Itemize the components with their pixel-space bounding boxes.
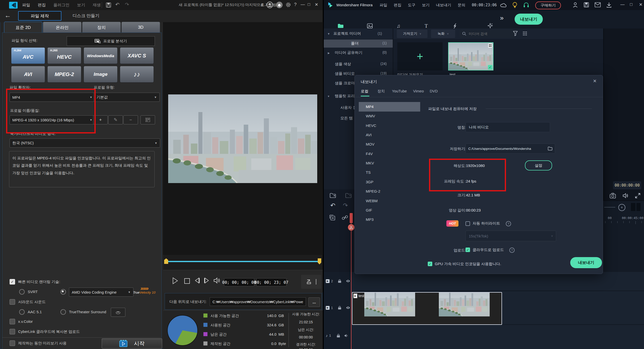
pd-menu-play[interactable]: 재생 <box>93 3 101 8</box>
pd-menu-plugin[interactable]: 플러그인 <box>53 3 69 8</box>
redo-icon[interactable]: ↷ <box>125 2 129 8</box>
tree-item-share-media[interactable]: 미디어 공유하기 <box>335 50 362 55</box>
profile-list-button[interactable] <box>140 115 155 124</box>
stop-icon[interactable] <box>184 278 190 284</box>
import-media-tile[interactable]: + <box>397 42 443 71</box>
surround-checkbox[interactable] <box>10 299 15 305</box>
collapse-arrow-icon[interactable]: ▼ <box>327 32 330 35</box>
pd-close-button[interactable]: ✕ <box>315 2 318 7</box>
pd-produce-tab[interactable]: 파일 제작 <box>18 11 61 21</box>
format-wmv[interactable]: WMV <box>366 114 375 118</box>
volume-icon[interactable] <box>213 277 221 284</box>
seekbar-start-marker[interactable] <box>164 258 168 264</box>
format-ts[interactable]: TS <box>366 170 371 174</box>
fm-maximize-button[interactable]: □ <box>630 2 632 7</box>
highlight-duration-dropdown[interactable]: 15s(TikTok) ˅ <box>466 231 556 241</box>
timeline-clip-test[interactable]: ▶ test <box>352 292 502 325</box>
tree-item-sample-videos[interactable]: 샘플 비디오 <box>335 71 355 76</box>
video-track-2-lane[interactable] <box>324 272 644 291</box>
snapshot-button[interactable] <box>301 275 321 289</box>
previous-frame-icon[interactable] <box>194 277 200 284</box>
timeline-zoom-slider[interactable] <box>604 207 615 207</box>
seekbar-track[interactable] <box>167 261 319 262</box>
country-format-dropdown[interactable]: 한국 (NTSC)▼ <box>10 138 160 148</box>
link-icon[interactable] <box>342 215 348 220</box>
lock-icon[interactable] <box>337 334 340 338</box>
format-mpeg2[interactable]: MPEG-2 <box>47 66 81 83</box>
playhead-handle[interactable] <box>350 213 353 223</box>
dialog-tab-dvd[interactable]: DVD <box>430 89 438 93</box>
format-3gp[interactable]: 3GP <box>366 180 373 184</box>
account-icon[interactable] <box>266 2 273 8</box>
profile-analyzer-button[interactable]: 프로필 분석기 <box>67 36 155 46</box>
zoom-in-button[interactable]: + <box>618 204 625 211</box>
format-avi[interactable]: AVI <box>11 66 45 83</box>
grid-view-icon[interactable] <box>523 31 527 36</box>
login-person-icon[interactable] <box>573 2 578 8</box>
pd-menu-file[interactable]: 파일 <box>22 3 30 8</box>
add-track-folder-icon[interactable] <box>330 193 336 198</box>
fm-menu-contact[interactable]: 문의 <box>458 3 465 8</box>
lock-icon[interactable] <box>338 279 341 283</box>
timeline-redo-icon[interactable]: ↷ <box>343 202 348 209</box>
save-path-input[interactable]: C:/Users/approve/Documents/Wondersha <box>466 144 555 154</box>
eye-toggle-icon[interactable] <box>346 306 350 309</box>
fm-close-button[interactable]: ✕ <box>639 2 642 7</box>
lock-icon[interactable] <box>338 306 341 310</box>
xvcolor-checkbox[interactable] <box>10 319 15 324</box>
format-image[interactable]: Image <box>84 66 118 83</box>
format-mp4[interactable]: MP4 <box>366 104 374 109</box>
format-gif[interactable]: GIF <box>366 208 372 212</box>
zoom-fill-button[interactable] <box>636 203 640 211</box>
notification-bell-icon[interactable] <box>276 2 283 8</box>
format-xavc-s[interactable]: XAVC S <box>120 47 154 64</box>
format-mkv[interactable]: MKV <box>366 161 374 165</box>
dialog-tab-youtube[interactable]: YouTube <box>392 89 407 93</box>
fm-minimize-button[interactable]: — <box>620 2 625 7</box>
format-mpeg2[interactable]: MPEG-2 <box>366 189 380 193</box>
start-button[interactable]: 시작 <box>102 338 162 348</box>
download-icon[interactable] <box>606 2 612 8</box>
truetheater-radio[interactable] <box>60 309 66 315</box>
svrt-radio[interactable] <box>19 289 25 295</box>
file-extension-dropdown[interactable]: MP4▼ <box>10 93 95 102</box>
fm-menu-tools[interactable]: 도구 <box>408 3 415 8</box>
settings-gear-icon[interactable] <box>285 2 291 8</box>
dialog-tab-device[interactable]: 장치 <box>377 89 385 94</box>
fm-menu-export[interactable]: 내보내기 <box>436 3 451 8</box>
format-mp3[interactable]: MP3 <box>366 217 374 222</box>
pd-create-disc-tab[interactable]: 디스크 만들기 <box>73 13 99 19</box>
dialog-tab-vimeo[interactable]: Vimeo <box>413 89 424 93</box>
duplicate-icon[interactable] <box>329 215 335 221</box>
hardware-encoder-radio[interactable] <box>60 289 66 295</box>
lightbulb-icon[interactable] <box>512 2 518 8</box>
tree-item-sample-colors[interactable]: 샘플 색상 <box>335 62 351 66</box>
tab-standard-2d[interactable]: 표준 2D <box>4 22 42 33</box>
format-windowsmedia[interactable]: WindowsMedia <box>84 47 118 64</box>
pd-minimize-button[interactable]: — <box>301 2 305 7</box>
format-hevc[interactable]: HEVC <box>366 123 376 128</box>
tab-3d[interactable]: 3D <box>121 22 160 33</box>
undo-icon[interactable]: ↶ <box>115 2 120 8</box>
project-media-label[interactable]: 프로젝트 미디어 <box>333 31 361 36</box>
dialog-tab-local[interactable]: 로컬 <box>361 89 369 96</box>
next-frame-icon[interactable] <box>203 277 210 284</box>
timeline-undo-icon[interactable]: ↶ <box>330 202 335 209</box>
pd-maximize-button[interactable]: □ <box>308 2 310 7</box>
playhead-line[interactable] <box>351 213 351 349</box>
eye-toggle-icon[interactable] <box>346 279 350 283</box>
export-path-input[interactable] <box>210 297 306 306</box>
format-h264-avc[interactable]: H.264AVC <box>11 47 45 64</box>
encoder-dropdown[interactable]: AMD Video Coding Engine▼ <box>69 288 133 297</box>
back-arrow-icon[interactable]: ← <box>5 12 11 19</box>
media-search-box[interactable] <box>460 29 515 38</box>
browse-button[interactable]: ... <box>308 297 320 307</box>
tab-device[interactable]: 장치 <box>82 22 121 33</box>
preview-while-producing-checkbox[interactable] <box>10 340 15 346</box>
format-webm[interactable]: WEBM <box>366 199 378 203</box>
pd-account-label[interactable]: d... <box>261 3 266 7</box>
mail-icon[interactable] <box>595 2 601 7</box>
truetheater-settings-button[interactable] <box>111 308 125 317</box>
audio-track-1-lane[interactable] <box>324 325 644 349</box>
cyberlink-cloud-checkbox[interactable] <box>10 329 15 334</box>
